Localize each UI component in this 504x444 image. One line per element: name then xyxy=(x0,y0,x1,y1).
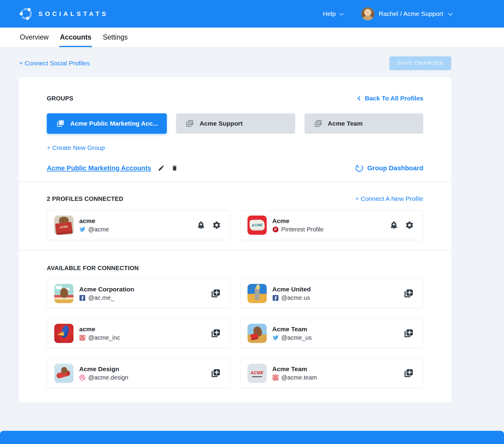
profile-actions xyxy=(403,368,414,379)
profile-avatar xyxy=(54,324,74,343)
profile-card: acme@acme_inc xyxy=(47,318,230,348)
user-menu[interactable]: Rachel / Acme Support xyxy=(361,7,454,20)
group-dashboard-link[interactable]: Group Dashboard xyxy=(355,164,423,172)
profile-card: ACMEacme@acme xyxy=(47,210,230,240)
profile-info: Acme Team@acme_us xyxy=(272,326,398,341)
save-changes-button[interactable]: SAVE CHANGES xyxy=(389,56,451,70)
profile-card: ACMEAcme Team@acme.team xyxy=(240,358,424,388)
profile-actions xyxy=(389,221,414,230)
profile-info: AcmePPinterest Profile xyxy=(272,217,384,233)
profile-info: acme@acme_inc xyxy=(79,326,204,341)
profile-avatar xyxy=(248,324,267,343)
notification-settings-button[interactable] xyxy=(389,221,398,230)
create-new-group-link[interactable]: + Create New Group xyxy=(47,144,105,151)
group-button-0[interactable]: Acme Public Marketing Acc... xyxy=(47,113,167,134)
profile-actions xyxy=(210,288,221,299)
profiles-connected-title: 2 PROFILES CONNECTED xyxy=(47,195,123,202)
connect-social-profiles-link[interactable]: + Connect Social Profiles xyxy=(19,60,90,67)
brand[interactable]: SOCIALSTATS xyxy=(19,7,108,21)
twitter-icon xyxy=(79,226,86,233)
profile-card: Acme United@acme.us xyxy=(240,279,424,308)
tab-accounts[interactable]: Accounts xyxy=(59,28,92,47)
profile-avatar: ACME xyxy=(248,216,267,235)
dashboard-link-label: Group Dashboard xyxy=(367,164,423,172)
profile-name: Acme xyxy=(272,217,384,225)
profile-name: Acme Team xyxy=(272,326,398,333)
group-icon xyxy=(56,119,65,128)
add-to-group-button[interactable] xyxy=(403,328,414,339)
add-to-group-button[interactable] xyxy=(403,288,414,299)
back-link-label: Back To All Profiles xyxy=(365,95,423,102)
svg-text:P: P xyxy=(274,228,277,232)
toolbar: + Connect Social Profiles SAVE CHANGES xyxy=(0,56,504,70)
add-to-group-button[interactable] xyxy=(210,368,221,379)
group-button-2[interactable]: Acme Team xyxy=(304,113,423,134)
group-label: Acme Public Marketing Acc... xyxy=(70,120,158,127)
profile-actions xyxy=(196,221,221,230)
chevron-down-icon xyxy=(447,11,454,17)
profile-handle: Pinterest Profile xyxy=(281,226,324,233)
profile-info: Acme Corporation@ac.me_ xyxy=(79,286,204,301)
profile-avatar xyxy=(54,364,74,383)
profile-info: Acme Team@acme.team xyxy=(272,365,398,381)
tab-settings[interactable]: Settings xyxy=(102,28,128,47)
groups-title: GROUPS xyxy=(47,95,73,102)
profile-actions xyxy=(210,328,221,339)
avatar-text: ACME xyxy=(248,370,267,375)
group-list: Acme Public Marketing Acc...Acme Support… xyxy=(47,113,423,134)
profile-card: ACMEAcmePPinterest Profile xyxy=(240,210,424,240)
gauge-icon xyxy=(355,164,364,172)
profile-settings-button[interactable] xyxy=(405,221,414,230)
delete-group-button[interactable] xyxy=(171,165,178,171)
connect-new-profile-link[interactable]: + Connect A New Profile xyxy=(355,195,423,202)
help-label: Help xyxy=(323,10,336,17)
profile-name: Acme United xyxy=(272,286,398,293)
twitter-icon xyxy=(272,335,279,341)
profile-avatar: ACME xyxy=(54,216,74,235)
profile-info: Acme United@acme.us xyxy=(272,286,398,301)
avatar-text: ACME xyxy=(54,224,74,230)
profile-handle: @acme xyxy=(88,226,109,233)
group-button-1[interactable]: Acme Support xyxy=(176,113,295,134)
pinterest-icon: P xyxy=(272,226,279,233)
selected-group-link[interactable]: Acme Public Marketing Accounts xyxy=(47,164,151,172)
profile-name: Acme Design xyxy=(79,365,204,373)
profile-card: Acme Corporation@ac.me_ xyxy=(47,279,230,308)
profile-info: Acme Design@acme.design xyxy=(79,365,204,381)
available-profiles-list: Acme Corporation@ac.me_Acme United@acme.… xyxy=(47,279,423,388)
group-icon xyxy=(185,119,194,128)
add-to-group-button[interactable] xyxy=(403,368,414,379)
profile-handle: @acme.us xyxy=(281,294,310,301)
notification-settings-button[interactable] xyxy=(196,221,206,230)
profile-name: Acme Team xyxy=(272,365,398,373)
header-menu: Help Rachel / Acme Support xyxy=(323,7,454,20)
selected-group-row: Acme Public Marketing Accounts Group Das… xyxy=(47,164,423,172)
add-to-group-button[interactable] xyxy=(210,288,221,299)
add-to-group-button[interactable] xyxy=(210,328,221,339)
profile-avatar: ACME xyxy=(248,364,267,383)
profile-handle: @acme.design xyxy=(88,374,128,381)
connected-profiles-list: ACMEacme@acmeACMEAcmePPinterest Profile xyxy=(47,210,423,240)
logo-icon xyxy=(19,7,33,21)
profile-name: acme xyxy=(79,326,204,333)
profile-handle: @acme_us xyxy=(281,334,312,341)
chevron-down-icon xyxy=(339,11,344,17)
tab-bar: OverviewAccountsSettings xyxy=(0,28,504,47)
help-menu[interactable]: Help xyxy=(323,10,344,17)
edit-group-button[interactable] xyxy=(158,165,165,171)
back-to-all-profiles-link[interactable]: Back To All Profiles xyxy=(356,95,423,102)
user-avatar xyxy=(361,7,374,20)
instagram-icon xyxy=(79,335,86,341)
profile-actions xyxy=(403,328,414,339)
main-card: GROUPS Back To All Profiles Acme Public … xyxy=(19,77,451,402)
profile-avatar xyxy=(54,284,74,303)
available-profiles-section: AVAILABLE FOR CONNECTION Acme Corporatio… xyxy=(19,250,451,402)
app-header: SOCIALSTATS Help Rachel / Acme Support xyxy=(0,0,504,28)
profile-settings-button[interactable] xyxy=(212,221,221,230)
profile-actions xyxy=(403,288,414,299)
profile-card: Acme Team@acme_us xyxy=(240,318,424,348)
profile-handle: @ac.me_ xyxy=(88,294,114,301)
profile-card: Acme Design@acme.design xyxy=(47,358,230,388)
available-for-connection-title: AVAILABLE FOR CONNECTION xyxy=(47,265,423,272)
tab-overview[interactable]: Overview xyxy=(19,28,49,47)
